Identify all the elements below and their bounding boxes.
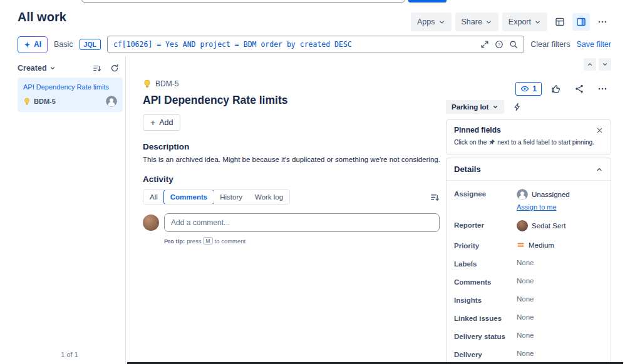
pinned-hint-prefix: Click on the xyxy=(454,139,487,146)
comment-input[interactable] xyxy=(164,213,440,232)
priority-name: Medium xyxy=(529,241,554,249)
details-header[interactable]: Details xyxy=(447,158,611,181)
filter-bar: AI Basic JQL cf[10626] = Yes AND project… xyxy=(18,35,611,54)
export-button[interactable]: Export xyxy=(502,13,547,31)
idea-type-icon xyxy=(23,98,31,105)
field-label: Assignee xyxy=(454,189,517,198)
reporter-name: Sedat Sert xyxy=(532,222,566,230)
clear-filters-button[interactable]: Clear filters xyxy=(530,40,570,49)
chevron-down-icon xyxy=(49,65,56,71)
sort-direction-button[interactable] xyxy=(90,61,104,75)
comments-value[interactable]: None xyxy=(517,277,534,285)
expand-editor-button[interactable] xyxy=(480,40,489,49)
issue-list-item[interactable]: API Dependency Rate limits BDM-5 xyxy=(18,78,123,112)
export-button-label: Export xyxy=(509,18,531,26)
pinned-fields-panel: Pinned fields Click on the next to a fie… xyxy=(446,119,611,154)
sort-by-label: Created xyxy=(18,64,47,73)
automation-button[interactable] xyxy=(509,99,525,115)
description-body[interactable]: This is an archived idea. Might be becau… xyxy=(143,156,440,163)
reporter-avatar xyxy=(517,220,528,231)
labels-value[interactable]: None xyxy=(517,259,534,266)
priority-value[interactable]: Medium xyxy=(517,241,554,249)
issue-title: API Dependency Rate limits xyxy=(143,94,440,107)
header-actions: Apps Share Export xyxy=(411,13,611,31)
field-label: Priority xyxy=(454,241,517,250)
apps-button[interactable]: Apps xyxy=(411,13,452,31)
tab-history[interactable]: History xyxy=(214,190,249,204)
sidebar-right-icon xyxy=(576,17,586,27)
jql-query-text: cf[10626] = Yes AND project = BDM order … xyxy=(113,40,475,49)
share-button[interactable]: Share xyxy=(455,13,498,31)
pagination: 1 of 1 xyxy=(18,351,121,358)
svg-text:?: ? xyxy=(498,43,500,47)
meatball-menu-icon xyxy=(597,84,607,94)
assign-to-me-link[interactable]: Assign to me xyxy=(517,203,570,211)
field-row-linked-issues: Linked issues None xyxy=(454,313,603,322)
ai-button[interactable]: AI xyxy=(18,36,48,53)
share-issue-button[interactable] xyxy=(571,80,588,98)
pin-icon xyxy=(488,139,495,146)
pinned-hint-suffix: next to a field label to start pinning. xyxy=(497,139,594,146)
field-label: Insights xyxy=(454,295,517,304)
tab-all[interactable]: All xyxy=(143,190,164,204)
breadcrumb[interactable]: BDM-5 xyxy=(143,79,440,88)
chevron-down-icon xyxy=(438,19,445,26)
ai-sparkle-icon xyxy=(24,41,31,48)
panel-collapse-controls xyxy=(584,58,611,71)
issue-key: BDM-5 xyxy=(155,79,178,88)
thumbs-up-icon xyxy=(551,84,561,94)
reporter-value[interactable]: Sedat Sert xyxy=(517,220,566,231)
priority-medium-icon xyxy=(517,241,525,249)
status-dropdown[interactable]: Parking lot xyxy=(446,100,504,114)
delivery-value[interactable]: None xyxy=(517,350,534,357)
list-panel-divider xyxy=(125,56,126,364)
global-search-input[interactable] xyxy=(81,0,405,3)
field-label: Comments xyxy=(454,277,517,286)
plus-icon: + xyxy=(150,119,155,126)
refresh-icon xyxy=(110,64,119,73)
comment-pro-tip: Pro tip: press M to comment xyxy=(164,237,440,245)
assignee-value[interactable]: Unassigned xyxy=(517,189,570,200)
table-view-button[interactable] xyxy=(551,13,569,31)
syntax-help-button[interactable]: ? xyxy=(495,40,504,49)
details-panel-toggle-button[interactable] xyxy=(572,13,590,31)
pro-tip-label: Pro tip: xyxy=(164,238,185,245)
search-icon-button[interactable] xyxy=(509,40,518,49)
basic-mode-button[interactable]: Basic xyxy=(54,40,73,49)
field-row-delivery-status: Delivery status None xyxy=(454,331,603,340)
collapse-down-button[interactable] xyxy=(599,58,611,71)
chevron-up-icon xyxy=(596,166,603,173)
field-label: Labels xyxy=(454,259,517,268)
save-filter-button[interactable]: Save filter xyxy=(576,40,611,49)
field-row-assignee: Assignee Unassigned Assign to me xyxy=(454,189,603,211)
more-actions-button[interactable] xyxy=(594,13,611,31)
linked-issues-value[interactable]: None xyxy=(517,313,534,321)
table-icon xyxy=(555,17,565,27)
page-title: All work xyxy=(18,10,66,24)
like-button[interactable] xyxy=(547,80,565,98)
tab-worklog[interactable]: Work log xyxy=(249,190,289,204)
watch-button[interactable]: 1 xyxy=(515,82,542,96)
issue-more-button[interactable] xyxy=(594,80,611,98)
tab-comments[interactable]: Comments xyxy=(163,190,214,205)
close-icon xyxy=(596,127,603,134)
global-search-button[interactable] xyxy=(408,0,447,3)
status-label: Parking lot xyxy=(452,103,488,111)
add-button-label: Add xyxy=(159,118,173,127)
jql-input[interactable]: cf[10626] = Yes AND project = BDM order … xyxy=(107,36,524,53)
issue-detail: BDM-5 API Dependency Rate limits + Add D… xyxy=(143,79,440,245)
delivery-status-value[interactable]: None xyxy=(517,331,534,339)
close-pinned-fields-button[interactable] xyxy=(596,127,603,134)
issue-list-item-key: BDM-5 xyxy=(34,98,56,105)
field-row-priority: Priority Medium xyxy=(454,241,603,250)
activity-sort-button[interactable] xyxy=(430,193,440,202)
details-title: Details xyxy=(454,164,481,174)
insights-value[interactable]: None xyxy=(517,295,534,303)
sort-by-dropdown[interactable]: Created xyxy=(18,64,56,73)
sort-icon xyxy=(93,64,101,73)
comment-composer xyxy=(143,213,440,232)
collapse-up-button[interactable] xyxy=(584,58,596,71)
refresh-button[interactable] xyxy=(108,61,121,75)
add-button[interactable]: + Add xyxy=(143,114,180,131)
pro-tip-press: press xyxy=(187,238,201,245)
